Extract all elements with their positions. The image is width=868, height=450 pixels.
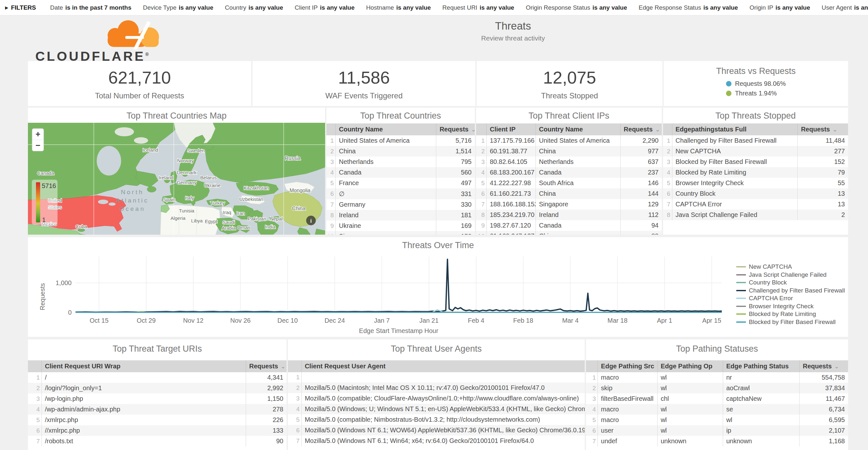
table-row: 2China1,514 [327,146,475,156]
table-cell: 497 [436,178,475,188]
filter-item-client-ip[interactable]: Client IPis any value [294,4,355,11]
column-header[interactable]: Requests⌄ [799,360,848,372]
table-cell: 1,168 [799,436,848,447]
table-row: 7188.166.188.152Singapore129 [476,199,662,210]
column-header[interactable]: Edge Pathing Op [657,360,723,372]
x-tick-label: Apr 1 [657,317,672,324]
top-threat-client-ips-title: Top Threat Client IPs [476,108,662,121]
filter-item-user-agent[interactable]: User Agentis any value [822,4,868,11]
filter-name: Date [50,4,63,11]
table-cell: Ireland [335,210,436,220]
table-row: 6userwlip2,107 [586,425,848,436]
threats-over-time-chart[interactable]: Oct 15Oct 29Nov 12Nov 26Dec 10Dec 24Jan … [28,237,848,337]
filter-item-edge-response-status[interactable]: Edge Response Statusis any value [639,4,738,11]
kpi-tile: 12,075Threats Stopped [477,61,662,106]
row-number: 4 [476,167,486,178]
column-header[interactable]: Requests⌄ [798,123,848,135]
column-header[interactable]: Client Request URI Wrap [41,360,246,372]
chart-legend-item[interactable]: Java Script Challenge Failed [736,271,845,279]
table-cell: macro [597,415,657,425]
row-number: 5 [663,178,672,188]
table-cell: Mozilla/5.0 (compatible; CloudFlare-Alwa… [301,393,585,404]
map-label-iceland: Iceland [143,147,158,153]
filter-item-country[interactable]: Countryis any value [225,4,283,11]
column-header[interactable]: Requests⌄ [620,123,662,135]
chart-legend-item[interactable]: Browser Integrity Check [736,302,845,310]
column-header[interactable]: Requests⌄ [436,123,475,135]
table-cell: Mozilla/5.0 (Windows NT 6.1; Win64; x64;… [301,436,585,446]
row-number: 1 [327,135,335,146]
panel-top-threats-stopped: Top Threats Stopped Edgepathingstatus Fu… [663,108,848,235]
rownum-header [28,360,41,372]
chart-legend-item[interactable]: Challenged by Filter Based Firewall [736,287,845,295]
table-row: 1/4,341 [28,372,286,383]
cloudflare-logo: CLOUDFLARE® [35,17,170,60]
filter-value: is any value [592,4,627,11]
pie-legend-item[interactable]: Threats 1.94% [726,90,786,97]
table-cell: 795 [436,156,475,167]
row-number: 7 [288,436,301,446]
map-label-nepal: Nepal [270,216,282,221]
chart-legend-item[interactable]: Blocked by Rate Limiting [736,310,845,318]
x-tick-label: Nov 26 [230,317,251,324]
table-cell: Canada [335,167,436,178]
y-tick-label: 0 [68,309,72,316]
row-number: 4 [288,404,301,414]
table-cell: 198.27.67.120 [486,220,535,231]
column-header[interactable]: Client IP [486,123,535,135]
kpi-row: 621,710Total Number of Requests11,586WAF… [28,61,868,106]
top-threat-target-uris-title: Top Threat Target URIs [28,339,286,358]
page-subtitle: Review threat activity [481,34,545,42]
table-cell: 188.166.188.152 [486,199,535,210]
map-label-denmark: Denmark [177,170,196,175]
row-number: 2 [586,383,597,393]
filters-toggle[interactable]: ▶ FILTERS [5,4,36,11]
chart-legend-item[interactable]: Blocked by Filter Based Firewall [736,318,845,326]
column-header[interactable]: Country Name [535,123,620,135]
filter-item-hostname[interactable]: Hostnameis any value [366,4,431,11]
table-cell: 237 [620,167,662,178]
map-label-iraq: Iraq [223,210,231,215]
world-choropleth-map[interactable]: Canada United States Mexico Cuba Iceland… [28,123,325,235]
map-label-oman: Oman [238,225,251,230]
filter-item-device-type[interactable]: Device Typeis any value [143,4,213,11]
table-cell: Blocked by Filter Based Firewall [672,156,798,167]
top-pathing-statuses-table: Edge Pathing SrcEdge Pathing OpEdge Path… [586,360,848,447]
column-header[interactable]: Requests⌄ [246,360,286,372]
pie-legend-item[interactable]: Requests 98.06% [726,80,786,87]
filters-label: FILTERS [11,4,36,11]
filter-item-request-uri[interactable]: Request URIis any value [442,4,514,11]
table-cell: 185.234.219.70 [486,210,535,220]
map-info-button[interactable]: i [306,216,316,225]
chart-legend-item[interactable]: New CAPTCHA [736,263,845,271]
filter-item-origin-ip[interactable]: Origin IPis any value [749,4,810,11]
rownum-header [476,123,486,135]
table-cell: China [535,231,620,235]
chart-legend-item[interactable]: CAPTCHA Error [736,294,845,302]
filter-name: Hostname [366,4,394,11]
row-number: 1 [586,372,597,383]
chart-legend-item[interactable]: Country Block [736,279,845,287]
row-number: 7 [663,199,672,210]
table-cell: 6,595 [799,415,848,425]
map-zoom-out-button[interactable] [32,140,44,151]
table-cell: Browser Integrity Check [672,178,798,188]
column-header[interactable]: Edge Pathing Status [723,360,799,372]
column-header[interactable]: Edgepathingstatus Full [672,123,798,135]
chart-legend-label: Challenged by Filter Based Firewall [749,287,845,294]
column-header[interactable]: Country Name [335,123,436,135]
chart-legend-label: Java Script Challenge Failed [749,271,827,278]
column-header[interactable]: Client Request User Agent [301,360,585,372]
table-cell: 146 [620,178,662,188]
table-row: 7undefunknownunknown1,168 [586,436,848,447]
filter-item-origin-response-status[interactable]: Origin Response Statusis any value [526,4,627,11]
x-tick-label: Oct 15 [90,317,108,324]
table-cell: 330 [436,199,475,210]
column-header[interactable]: Edge Pathing Src [597,360,657,372]
row-number: 2 [327,146,335,156]
table-cell: 90 [246,436,286,447]
filter-item-date[interactable]: Dateis in the past 7 months [50,4,131,11]
table-cell: ∅ [335,188,436,199]
map-zoom-in-button[interactable] [32,128,44,140]
table-cell: 88 [620,231,662,235]
